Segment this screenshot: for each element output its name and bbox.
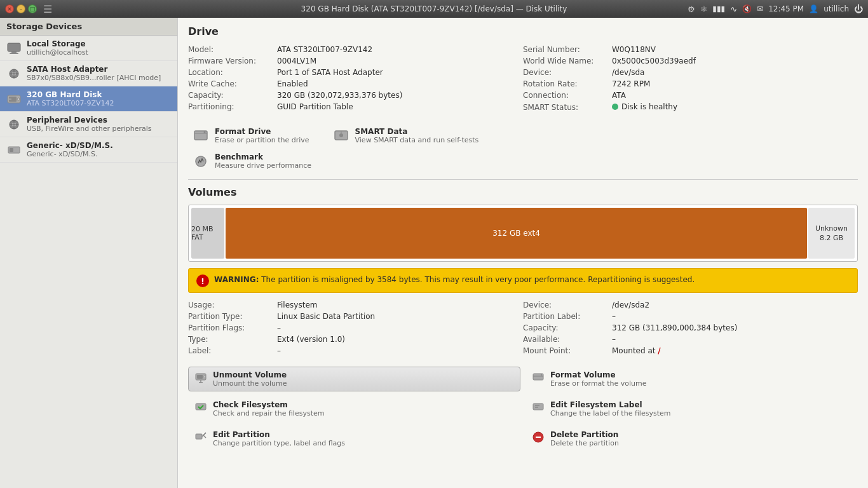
- benchmark-desc: Measure drive performance: [215, 161, 311, 170]
- shutdown-icon[interactable]: ⏻: [854, 4, 863, 14]
- sata-adapter-name: SATA Host Adapter: [27, 65, 171, 74]
- partition-fat-label: 20 MB FAT: [191, 225, 224, 241]
- partition-ext4[interactable]: 312 GB ext4: [226, 208, 807, 259]
- svg-rect-16: [10, 148, 13, 152]
- battery-icon[interactable]: ▮▮▮: [712, 4, 725, 13]
- partition-container: 20 MB FAT 312 GB ext4 Unknown 8.2 GB: [188, 205, 858, 262]
- drive-actions: Format Drive Erase or partition the driv…: [188, 125, 858, 147]
- local-storage-name: Local Storage: [27, 39, 171, 48]
- check-filesystem-button[interactable]: Check Filesystem Check and repair the fi…: [188, 396, 520, 421]
- vol-device-row: Device: /dev/sda2: [523, 301, 858, 309]
- model-value: ATA ST320LT007-9ZV142: [277, 45, 372, 54]
- hdd-sub: ATA ST320LT007-9ZV142: [27, 99, 171, 107]
- format-volume-desc: Erase or format the volume: [550, 379, 646, 388]
- check-filesystem-icon: [194, 400, 208, 414]
- warning-message: The partition is misaligned by 3584 byte…: [261, 275, 695, 284]
- serial-value: W0Q118NV: [612, 45, 656, 54]
- edit-partition-icon: [194, 430, 208, 444]
- unmount-icon: [194, 370, 208, 384]
- mute-icon[interactable]: 🔇: [742, 4, 752, 13]
- svg-point-31: [541, 374, 542, 376]
- partitioning-row: Partitioning: GUID Partition Table: [188, 102, 523, 111]
- vol-capacity-value: 312 GB (311,890,000,384 bytes): [612, 323, 737, 332]
- wifi-icon[interactable]: ∿: [730, 4, 737, 14]
- connection-value: ATA: [612, 91, 626, 100]
- sidebar-item-sata-adapter[interactable]: SATA Host Adapter SB7x0/SB8x0/SB9...roll…: [0, 61, 177, 86]
- vol-mount-link[interactable]: /: [658, 346, 660, 355]
- mail-icon[interactable]: ✉: [757, 4, 763, 13]
- settings-icon[interactable]: ⚙: [688, 4, 695, 14]
- app-container: Storage Devices Local Storage utillich@l…: [0, 18, 868, 488]
- edit-partition-text: Edit Partition Change partition type, la…: [213, 430, 345, 447]
- adapter-icon: [6, 66, 22, 81]
- unmount-desc: Unmount the volume: [213, 379, 287, 388]
- partition-flags-row: Partition Flags: –: [188, 323, 523, 332]
- smart-data-text: SMART Data View SMART data and run self-…: [355, 127, 479, 144]
- window-controls[interactable]: × – □: [5, 4, 37, 13]
- format-volume-text: Format Volume Erase or format the volume: [550, 370, 646, 388]
- device-value: /dev/sda: [612, 68, 644, 77]
- smart-status-label: SMART Status:: [523, 103, 612, 112]
- edit-partition-button[interactable]: Edit Partition Change partition type, la…: [188, 426, 520, 451]
- partition-flags-value: –: [277, 323, 281, 332]
- delete-partition-button[interactable]: Delete Partition Delete the partition: [526, 426, 858, 451]
- smart-status-value: Disk is healthy: [612, 102, 677, 111]
- generic-card-name: Generic- xD/SD/M.S.: [27, 141, 171, 150]
- computer-icon: [6, 41, 22, 56]
- model-row: Model: ATA ST320LT007-9ZV142: [188, 45, 523, 54]
- vol-mount-prefix: Mounted at: [612, 346, 658, 355]
- minimize-button[interactable]: –: [17, 4, 25, 13]
- sidebar-item-320gb-hdd[interactable]: 320 GB Hard Disk ATA ST320LT007-9ZV142: [0, 86, 177, 112]
- maximize-button[interactable]: □: [28, 4, 37, 13]
- svg-point-21: [339, 133, 343, 137]
- status-healthy-dot: [612, 104, 618, 110]
- location-label: Location:: [188, 68, 277, 77]
- format-volume-button[interactable]: Format Volume Erase or format the volume: [526, 367, 858, 391]
- smart-data-button[interactable]: SMART Data View SMART data and run self-…: [329, 125, 483, 147]
- vol-mount-label: Mount Point:: [523, 346, 612, 355]
- firmware-label: Firmware Version:: [188, 57, 277, 65]
- edit-label-button[interactable]: Edit Filesystem Label Change the label o…: [526, 396, 858, 421]
- warning-bold: WARNING:: [214, 275, 259, 284]
- capacity-label: Capacity:: [188, 91, 277, 100]
- warning-bar: ! WARNING: The partition is misaligned b…: [188, 268, 858, 293]
- volume-actions: Unmount Volume Unmount the volume Format…: [188, 367, 858, 451]
- sidebar-item-peripheral[interactable]: Peripheral Devices USB, FireWire and oth…: [0, 112, 177, 137]
- app-menu-icon[interactable]: ☰: [43, 3, 52, 15]
- sidebar-item-local-storage[interactable]: Local Storage utillich@localhost: [0, 36, 177, 61]
- close-button[interactable]: ×: [5, 4, 14, 13]
- partition-bar: 20 MB FAT 312 GB ext4 Unknown 8.2 GB: [191, 208, 855, 259]
- usage-row: Usage: Filesystem: [188, 301, 523, 309]
- rotation-row: Rotation Rate: 7242 RPM: [523, 79, 858, 88]
- wwn-row: World Wide Name: 0x5000c5003d39aedf: [523, 57, 858, 65]
- check-filesystem-name: Check Filesystem: [213, 400, 324, 409]
- partition-flags-label: Partition Flags:: [188, 323, 277, 332]
- partition-type-row: Partition Type: Linux Basic Data Partiti…: [188, 312, 523, 321]
- firmware-row: Firmware Version: 0004LV1M: [188, 57, 523, 65]
- edit-label-icon: [531, 400, 545, 414]
- partition-type-value: Linux Basic Data Partition: [277, 312, 375, 321]
- benchmark-button[interactable]: Benchmark Measure drive performance: [188, 150, 315, 173]
- benchmark-action-row: Benchmark Measure drive performance: [188, 150, 858, 173]
- partitioning-label: Partitioning:: [188, 102, 277, 111]
- delete-partition-text: Delete Partition Delete the partition: [550, 430, 619, 447]
- user-icon[interactable]: 👤: [809, 4, 818, 13]
- bluetooth-icon[interactable]: ⚛: [700, 4, 708, 14]
- format-drive-text: Format Drive Erase or partition the driv…: [215, 127, 309, 144]
- unmount-volume-button[interactable]: Unmount Volume Unmount the volume: [188, 367, 520, 391]
- partition-fat[interactable]: 20 MB FAT: [191, 208, 224, 259]
- type-label: Type:: [188, 335, 277, 344]
- drive-info-left: Model: ATA ST320LT007-9ZV142 Firmware Ve…: [188, 45, 523, 114]
- sidebar-item-generic-card[interactable]: Generic- xD/SD/M.S. Generic- xD/SD/M.S.: [0, 137, 177, 163]
- hdd-icon: [6, 92, 22, 107]
- format-drive-button[interactable]: Format Drive Erase or partition the driv…: [188, 125, 313, 147]
- label-label: Label:: [188, 346, 277, 355]
- partition-unknown[interactable]: Unknown 8.2 GB: [808, 208, 855, 259]
- device-label: Device:: [523, 68, 612, 77]
- write-cache-label: Write Cache:: [188, 79, 277, 88]
- svg-rect-2: [10, 53, 18, 54]
- vol-mount-value: Mounted at /: [612, 346, 661, 355]
- location-value: Port 1 of SATA Host Adapter: [277, 68, 383, 77]
- wwn-label: World Wide Name:: [523, 57, 612, 65]
- local-storage-text: Local Storage utillich@localhost: [27, 39, 171, 57]
